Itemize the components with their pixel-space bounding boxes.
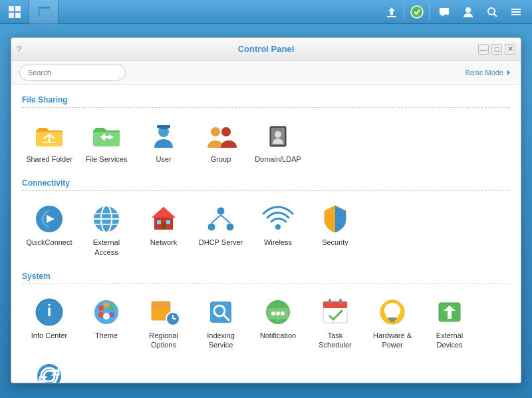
svg-point-45: [275, 224, 281, 230]
quickconnect-icon[interactable]: QuickConnect: [22, 199, 76, 261]
svg-point-64: [271, 311, 275, 315]
menu-icon-btn[interactable]: [505, 3, 527, 21]
svg-rect-23: [157, 125, 170, 128]
svg-rect-37: [157, 220, 161, 224]
svg-rect-68: [323, 301, 347, 308]
theme-icon[interactable]: Theme: [79, 292, 134, 354]
window-title: Control Panel: [17, 44, 515, 54]
security-icon[interactable]: Security: [308, 199, 362, 261]
svg-point-52: [109, 312, 114, 317]
svg-line-44: [221, 215, 230, 223]
svg-point-66: [281, 311, 285, 315]
svg-rect-16: [511, 14, 521, 15]
wireless-label: Wireless: [264, 238, 292, 247]
shared-folder-icon[interactable]: Shared Folder: [22, 116, 76, 168]
svg-rect-70: [339, 299, 342, 304]
file-sharing-section-title: File Sharing: [22, 95, 510, 108]
security-label: Security: [322, 238, 348, 247]
group-label: Group: [211, 154, 231, 164]
svg-rect-0: [9, 6, 14, 11]
user-label: User: [156, 154, 171, 164]
indexing-service-label: Indexing Service: [196, 331, 245, 350]
svg-point-50: [104, 302, 109, 307]
svg-point-40: [217, 207, 225, 215]
notification-label: Notification: [260, 331, 296, 340]
domain-ldap-label: Domain/LDAP: [255, 154, 301, 164]
svg-point-51: [109, 305, 114, 311]
window-controls: — □ ✕: [478, 44, 515, 55]
search-icon-btn[interactable]: [481, 3, 503, 21]
network-label: Network: [150, 238, 177, 247]
notification-icon[interactable]: Notification: [251, 292, 305, 354]
dhcp-server-icon[interactable]: DHCP Server: [194, 199, 248, 261]
file-sharing-grid: Shared Folder File Services: [22, 110, 510, 173]
upload-icon-btn[interactable]: [383, 3, 404, 21]
external-devices-label: External Devices: [425, 331, 474, 350]
user-icon[interactable]: User: [136, 116, 191, 168]
status-icon-btn[interactable]: [408, 3, 430, 21]
regional-options-label: Regional Options: [139, 331, 188, 350]
svg-point-11: [466, 7, 471, 13]
svg-point-10: [411, 6, 423, 18]
file-services-icon[interactable]: File Services: [79, 116, 134, 168]
window-maximize-btn[interactable]: □: [491, 44, 502, 55]
window-help-btn[interactable]: ?: [17, 44, 21, 54]
user-icon-btn[interactable]: [458, 3, 479, 21]
shared-folder-label: Shared Folder: [26, 154, 72, 164]
hardware-power-icon[interactable]: Hardware & Power: [365, 292, 420, 354]
file-services-label: File Services: [86, 154, 128, 164]
quickconnect-label: QuickConnect: [26, 238, 72, 247]
window-toolbar: Basic Mode: [11, 61, 521, 85]
svg-rect-2: [9, 13, 14, 18]
window-close-btn[interactable]: ✕: [505, 44, 515, 55]
connectivity-grid: QuickConnect External Ac: [22, 194, 510, 266]
control-panel-app-btn[interactable]: [29, 0, 59, 24]
svg-line-13: [494, 14, 497, 17]
task-scheduler-label: Task Scheduler: [311, 331, 360, 350]
svg-rect-39: [162, 223, 166, 230]
update-restore-icon[interactable]: Update & Restore: [22, 356, 76, 383]
domain-ldap-icon[interactable]: Domain/LDAP: [251, 116, 305, 168]
svg-point-54: [103, 313, 110, 319]
home-app-btn[interactable]: [0, 0, 29, 24]
external-devices-icon[interactable]: External Devices: [422, 292, 477, 354]
info-center-icon[interactable]: i Info Center: [22, 292, 76, 354]
svg-point-28: [275, 131, 281, 138]
chat-icon-btn[interactable]: [434, 3, 455, 21]
svg-rect-73: [390, 320, 395, 322]
system-section-title: System: [22, 272, 510, 284]
desktop: File Station ? Control Panel — □ ✕ B: [0, 24, 532, 398]
svg-point-24: [211, 127, 220, 136]
group-icon[interactable]: Group: [194, 116, 248, 168]
chevron-right-icon: [505, 69, 513, 77]
svg-rect-69: [329, 299, 331, 304]
svg-rect-15: [511, 11, 521, 13]
svg-line-43: [211, 215, 221, 223]
svg-rect-38: [166, 220, 170, 224]
basic-mode-btn[interactable]: Basic Mode: [466, 69, 513, 77]
task-scheduler-icon[interactable]: Task Scheduler: [308, 292, 362, 354]
theme-label: Theme: [95, 331, 118, 340]
svg-text:i: i: [47, 301, 52, 319]
taskbar-right: [383, 3, 532, 21]
svg-point-42: [226, 223, 234, 231]
svg-point-65: [276, 311, 280, 315]
search-input[interactable]: [28, 69, 120, 77]
window-minimize-btn[interactable]: —: [478, 44, 489, 55]
hardware-power-label: Hardware & Power: [368, 331, 417, 350]
taskbar-left: [0, 0, 59, 23]
info-center-label: Info Center: [31, 331, 67, 340]
window-content: File Sharing Shared Folder: [11, 85, 521, 383]
svg-rect-8: [38, 7, 40, 17]
svg-point-12: [488, 8, 495, 15]
regional-options-icon[interactable]: Regional Options: [136, 292, 191, 354]
external-access-icon[interactable]: External Access: [79, 199, 134, 261]
svg-rect-14: [511, 9, 521, 10]
svg-rect-3: [15, 13, 21, 18]
indexing-service-icon[interactable]: Indexing Service: [194, 292, 248, 354]
taskbar: [0, 0, 532, 24]
network-icon[interactable]: Network: [136, 199, 191, 261]
search-box[interactable]: [19, 65, 126, 81]
svg-rect-9: [387, 16, 396, 17]
wireless-icon[interactable]: Wireless: [251, 199, 305, 261]
